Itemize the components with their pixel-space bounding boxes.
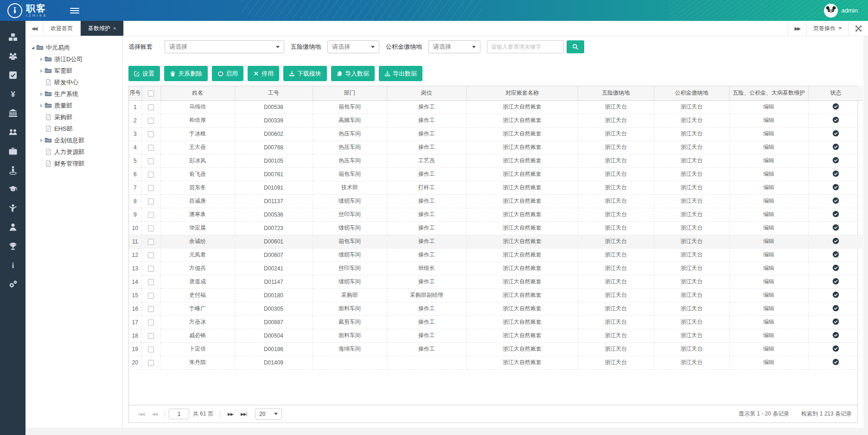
table-row[interactable]: 14唐道成D01147缝纫车间操作工浙江大自然账套浙江天台浙江天台编辑 xyxy=(129,275,863,288)
table-row[interactable]: 18戚必铬D00504面料车间操作工浙江大自然账套浙江天台浙江天台编辑 xyxy=(129,329,863,342)
row-checkbox[interactable] xyxy=(148,306,154,312)
edit-link[interactable]: 编辑 xyxy=(763,198,774,204)
close-tab-icon[interactable]: × xyxy=(113,26,116,31)
table-row[interactable]: 3于冰根D00602热压车间操作工浙江大自然账套浙江天台浙江天台编辑 xyxy=(129,127,863,141)
street-view-icon[interactable] xyxy=(0,160,26,179)
export-button[interactable]: 导出数据 xyxy=(379,66,422,81)
row-checkbox[interactable] xyxy=(148,333,154,339)
edit-link[interactable]: 编辑 xyxy=(763,103,774,110)
table-row[interactable]: 12元凤君D00607缝纫车间操作工浙江大自然账套浙江天台浙江天台编辑 xyxy=(129,248,863,262)
table-row[interactable]: 19卜定倍D00186海绵车间操作工浙江大自然账套浙江天台浙江天台编辑 xyxy=(129,342,863,356)
bank-icon[interactable] xyxy=(0,103,26,122)
search-button[interactable] xyxy=(567,40,584,53)
check-square-icon[interactable] xyxy=(0,65,26,84)
row-checkbox[interactable] xyxy=(148,293,154,299)
tree-item[interactable]: 财务管理部 xyxy=(28,158,120,169)
graduation-cap-icon[interactable] xyxy=(0,179,26,198)
download-button[interactable]: 下载模块 xyxy=(283,66,327,81)
table-row[interactable]: 9潘寒承D00536丝印车间操作工浙江大自然账套浙江天台浙江天台编辑 xyxy=(129,208,863,221)
tree-item[interactable]: 质量部 xyxy=(28,100,120,111)
tab-welcome-home[interactable]: 欢迎首页 xyxy=(43,21,81,36)
table-row[interactable]: 2和倍厚D00339高频车间操作工浙江大自然账套浙江天台浙江天台编辑 xyxy=(129,114,863,127)
trash-button[interactable]: 关系删除 xyxy=(164,66,208,81)
tree-expand-icon[interactable] xyxy=(38,92,44,96)
team-icon[interactable] xyxy=(0,46,26,65)
edit-link[interactable]: 编辑 xyxy=(763,184,774,191)
tree-expand-icon[interactable] xyxy=(38,69,44,73)
row-checkbox[interactable] xyxy=(148,158,154,164)
table-row[interactable]: 4王大蓓D00768热压车间操作工浙江大自然账套浙江天台浙江天台编辑 xyxy=(129,141,863,154)
row-checkbox[interactable] xyxy=(148,198,154,205)
edit-link[interactable]: 编辑 xyxy=(763,292,774,298)
tree-item[interactable]: 人力资源部 xyxy=(28,146,120,158)
tabs-scroll-left-icon[interactable]: ◀◀ xyxy=(26,21,43,36)
edit-link[interactable]: 编辑 xyxy=(763,305,774,312)
edit-link[interactable]: 编辑 xyxy=(763,251,774,258)
tab-base-maintenance[interactable]: 基数维护 × xyxy=(81,21,124,36)
edit-button[interactable]: 设置 xyxy=(128,66,160,81)
tree-item[interactable]: EHS部 xyxy=(28,123,120,134)
page-size-select[interactable]: 20 xyxy=(255,408,282,420)
row-checkbox[interactable] xyxy=(148,131,154,137)
tree-item[interactable]: 企划信息部 xyxy=(28,134,120,146)
child-icon[interactable] xyxy=(0,198,26,218)
edit-link[interactable]: 编辑 xyxy=(763,157,774,164)
row-checkbox[interactable] xyxy=(148,118,154,124)
cubes-icon[interactable] xyxy=(0,27,26,46)
row-checkbox[interactable] xyxy=(148,252,154,258)
row-checkbox[interactable] xyxy=(148,239,154,245)
page-number-input[interactable] xyxy=(169,409,189,419)
table-row[interactable]: 10华定晨D00723缝纫车间操作工浙江大自然账套浙江天台浙江天台编辑 xyxy=(129,221,863,235)
edit-link[interactable]: 编辑 xyxy=(763,332,774,339)
prev-page-button[interactable]: ◀◀ xyxy=(148,412,161,416)
row-checkbox[interactable] xyxy=(148,225,154,231)
tree-collapse-icon[interactable] xyxy=(30,46,36,49)
tree-item[interactable]: 采购部 xyxy=(28,111,120,123)
table-row[interactable]: 7苗东冬D01091技术部打样工浙江大自然账套浙江天台浙江天台编辑 xyxy=(129,181,863,194)
row-checkbox[interactable] xyxy=(148,172,154,178)
select-all-checkbox[interactable] xyxy=(148,90,154,96)
edit-link[interactable]: 编辑 xyxy=(763,345,774,352)
row-checkbox[interactable] xyxy=(148,279,154,285)
tree-expand-icon[interactable] xyxy=(38,139,44,142)
row-checkbox[interactable] xyxy=(148,346,154,352)
username[interactable]: admin xyxy=(842,7,858,14)
trophy-icon[interactable] xyxy=(0,237,26,256)
edit-link[interactable]: 编辑 xyxy=(763,224,774,231)
tree-expand-icon[interactable] xyxy=(38,58,44,61)
stop-button[interactable]: 停用 xyxy=(248,66,279,81)
expand-fullscreen-icon[interactable] xyxy=(849,21,868,36)
table-row[interactable]: 5彭冰风D00105热压车间工艺员浙江大自然账套浙江天台浙江天台编辑 xyxy=(129,154,863,167)
table-row[interactable]: 8昌诚庚D01137缝纫车间操作工浙江大自然账套浙江天台浙江天台编辑 xyxy=(129,194,863,208)
edit-link[interactable]: 编辑 xyxy=(763,359,774,365)
table-row[interactable]: 6俞飞蓓D00761箱包车间操作工浙江大自然账套浙江天台浙江天台编辑 xyxy=(129,167,863,181)
edit-link[interactable]: 编辑 xyxy=(763,144,774,150)
edit-link[interactable]: 编辑 xyxy=(763,265,774,271)
row-checkbox[interactable] xyxy=(148,212,154,218)
housing-fund-select[interactable]: 请选择 xyxy=(428,40,480,53)
tabs-scroll-right-icon[interactable]: ▶▶ xyxy=(788,21,806,36)
row-checkbox[interactable] xyxy=(148,320,154,326)
yuan-icon[interactable]: ¥ xyxy=(0,84,26,103)
search-input[interactable] xyxy=(487,40,564,53)
briefcase-icon[interactable] xyxy=(0,141,26,160)
cogs-icon[interactable] xyxy=(0,275,26,294)
tree-expand-icon[interactable] xyxy=(38,104,44,108)
table-row[interactable]: 20朱丹陈D01409浙江大自然账套浙江天台浙江天台编辑 xyxy=(129,356,863,369)
tree-item[interactable]: 生产系统 xyxy=(28,88,120,100)
row-checkbox[interactable] xyxy=(148,145,154,151)
account-select[interactable]: 请选择 xyxy=(165,40,284,53)
edit-link[interactable]: 编辑 xyxy=(763,238,774,244)
tree-item[interactable]: 研发中心 xyxy=(28,77,120,88)
next-page-button[interactable]: ▶▶ xyxy=(224,412,237,416)
tree-item[interactable]: 军需部 xyxy=(28,65,120,77)
info-icon[interactable]: i xyxy=(0,256,26,275)
import-button[interactable]: 导入数据 xyxy=(331,66,375,81)
row-checkbox[interactable] xyxy=(148,266,154,272)
edit-link[interactable]: 编辑 xyxy=(763,130,774,137)
first-page-button[interactable]: |◀◀ xyxy=(134,412,148,416)
hamburger-menu-icon[interactable] xyxy=(70,6,79,15)
table-row[interactable]: 11余诚纷D00601箱包车间操作工浙江大自然账套浙江天台浙江天台编辑 xyxy=(129,235,863,248)
row-checkbox[interactable] xyxy=(148,185,154,191)
edit-link[interactable]: 编辑 xyxy=(763,211,774,218)
